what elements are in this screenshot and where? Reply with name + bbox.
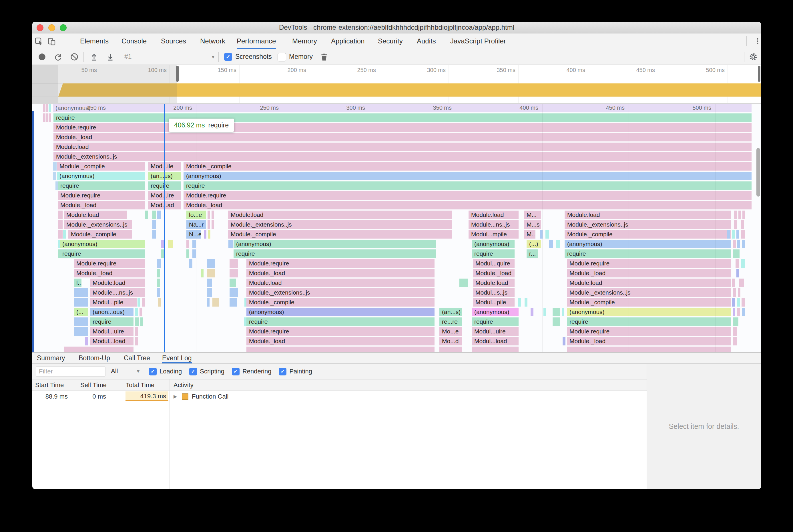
flame-bar[interactable] bbox=[137, 298, 140, 307]
flame-bar[interactable]: N...e bbox=[186, 230, 201, 239]
filter-painting[interactable]: ✓Painting bbox=[279, 368, 312, 376]
flame-bar[interactable] bbox=[135, 337, 138, 345]
tab-javascript-profiler[interactable]: JavaScript Profiler bbox=[450, 34, 506, 49]
flame-bar[interactable]: Module._load bbox=[246, 269, 435, 278]
flame-bar[interactable]: M... bbox=[524, 211, 541, 219]
flame-bar[interactable] bbox=[207, 288, 212, 297]
flame-bar[interactable]: Mo...d bbox=[439, 337, 462, 345]
flame-bar[interactable] bbox=[49, 104, 51, 112]
flame-bar[interactable] bbox=[459, 279, 468, 287]
flame-bar[interactable]: (anonymous) bbox=[246, 308, 435, 316]
flame-bar[interactable] bbox=[43, 104, 45, 112]
flame-bar[interactable] bbox=[58, 230, 62, 239]
flame-bar[interactable] bbox=[733, 337, 737, 345]
flame-bar[interactable] bbox=[518, 298, 521, 307]
flame-bar[interactable]: Modul...quire bbox=[473, 259, 515, 268]
flame-bar[interactable]: Module._compile bbox=[565, 230, 731, 239]
flame-bar[interactable] bbox=[186, 249, 189, 258]
flame-bar[interactable] bbox=[563, 337, 566, 345]
flame-bar[interactable]: Module._compile bbox=[246, 298, 435, 307]
flame-bar[interactable] bbox=[63, 230, 66, 239]
flame-bar[interactable] bbox=[58, 211, 62, 219]
flame-bar[interactable]: Module.require bbox=[184, 191, 752, 200]
flame-bar[interactable]: Modul...load bbox=[90, 337, 133, 345]
column-header-start-time[interactable]: Start Time bbox=[35, 379, 64, 391]
flame-bar[interactable]: Module.require bbox=[74, 259, 145, 268]
flame-bar[interactable] bbox=[157, 259, 161, 268]
flame-bar[interactable] bbox=[734, 220, 737, 229]
tab-memory[interactable]: Memory bbox=[292, 34, 317, 49]
flame-bar[interactable]: Module._load bbox=[53, 133, 752, 141]
flame-scrollbar[interactable] bbox=[756, 148, 760, 196]
tab-bottom-up[interactable]: Bottom-Up bbox=[79, 353, 110, 363]
flame-bar[interactable]: Module.require bbox=[53, 123, 752, 132]
flame-bar[interactable] bbox=[733, 327, 737, 336]
flame-bar[interactable]: Module._extensions..js bbox=[228, 220, 452, 229]
flame-bar[interactable] bbox=[562, 308, 564, 316]
flame-bar[interactable]: Modul...uire bbox=[90, 327, 133, 336]
category-select[interactable]: All bbox=[111, 367, 118, 375]
flame-bar[interactable] bbox=[733, 249, 740, 258]
expand-row-icon[interactable]: ▶ bbox=[173, 391, 177, 402]
flame-bar[interactable] bbox=[207, 259, 215, 268]
flame-bar[interactable] bbox=[736, 269, 739, 278]
flame-bar[interactable] bbox=[229, 279, 236, 287]
tab-console[interactable]: Console bbox=[122, 34, 147, 49]
more-options-icon[interactable] bbox=[754, 37, 761, 45]
flame-bar[interactable] bbox=[43, 113, 45, 122]
flame-bar[interactable]: Module.load bbox=[565, 211, 731, 219]
flame-bar[interactable] bbox=[157, 269, 160, 278]
flame-bar[interactable]: (anonymous) bbox=[565, 240, 731, 248]
flame-bar[interactable]: require bbox=[58, 182, 145, 190]
tab-network[interactable]: Network bbox=[200, 34, 225, 49]
checkbox-scripting[interactable]: ✓ bbox=[189, 368, 197, 376]
flame-bar[interactable]: Module.load bbox=[473, 279, 515, 287]
flame-bar[interactable] bbox=[90, 346, 133, 353]
flame-bar[interactable]: (... bbox=[74, 308, 88, 316]
checkbox-painting[interactable]: ✓ bbox=[279, 368, 287, 376]
flame-bar[interactable] bbox=[742, 211, 745, 219]
flame-bar[interactable]: Module.load bbox=[90, 279, 145, 287]
flame-bar[interactable] bbox=[524, 298, 528, 307]
flame-bar[interactable]: re...re bbox=[439, 318, 462, 326]
flame-bar[interactable] bbox=[732, 298, 735, 307]
tab-security[interactable]: Security bbox=[378, 34, 403, 49]
flame-bar[interactable]: Module._load bbox=[473, 269, 515, 278]
flame-bar[interactable] bbox=[737, 298, 740, 307]
flame-bar[interactable] bbox=[737, 308, 740, 316]
flame-bar[interactable] bbox=[208, 230, 210, 239]
flame-bar[interactable] bbox=[546, 230, 549, 239]
flame-bar[interactable]: require bbox=[565, 249, 731, 258]
flame-bar[interactable] bbox=[472, 346, 519, 353]
flame-bar[interactable] bbox=[85, 337, 88, 345]
flame-bar[interactable]: M...s bbox=[524, 220, 541, 229]
event-log-row[interactable]: 88.9 ms 0 ms 419.3 ms ▶ Function Call bbox=[32, 391, 647, 402]
flame-bar[interactable]: Modul...uire bbox=[472, 327, 519, 336]
flame-bar[interactable]: Modul...pile bbox=[90, 298, 137, 307]
flame-bar[interactable] bbox=[168, 240, 173, 248]
clear-icon[interactable] bbox=[70, 52, 79, 61]
flame-bar[interactable] bbox=[189, 259, 192, 268]
flame-bar[interactable]: Module._extensions..js bbox=[565, 220, 731, 229]
flame-bar[interactable] bbox=[738, 288, 740, 297]
flame-bar[interactable]: Module.require bbox=[246, 259, 435, 268]
flame-bar[interactable] bbox=[739, 279, 744, 287]
flame-bar[interactable] bbox=[157, 288, 160, 297]
profile-selector[interactable]: #1 bbox=[124, 53, 132, 61]
flame-bar[interactable]: (anonymous) bbox=[60, 240, 145, 248]
category-dropdown-icon[interactable]: ▼ bbox=[136, 368, 141, 374]
flame-bar[interactable] bbox=[135, 308, 138, 316]
flame-bar[interactable] bbox=[556, 240, 560, 248]
flame-bar[interactable]: Module.load bbox=[53, 142, 752, 151]
selection-grip-right[interactable] bbox=[758, 66, 760, 82]
column-header-activity[interactable]: Activity bbox=[173, 379, 193, 391]
record-icon[interactable] bbox=[37, 52, 47, 61]
flame-bar[interactable]: (anonymous) bbox=[567, 308, 731, 316]
flame-bar[interactable] bbox=[201, 269, 204, 278]
flame-bar[interactable] bbox=[74, 318, 88, 326]
flame-bar[interactable] bbox=[553, 308, 560, 316]
flame-bar[interactable]: M... bbox=[524, 230, 535, 239]
flame-bar[interactable] bbox=[246, 346, 435, 353]
flame-bar[interactable] bbox=[186, 240, 189, 248]
flame-bar[interactable]: Module._extensions..js bbox=[567, 288, 731, 297]
